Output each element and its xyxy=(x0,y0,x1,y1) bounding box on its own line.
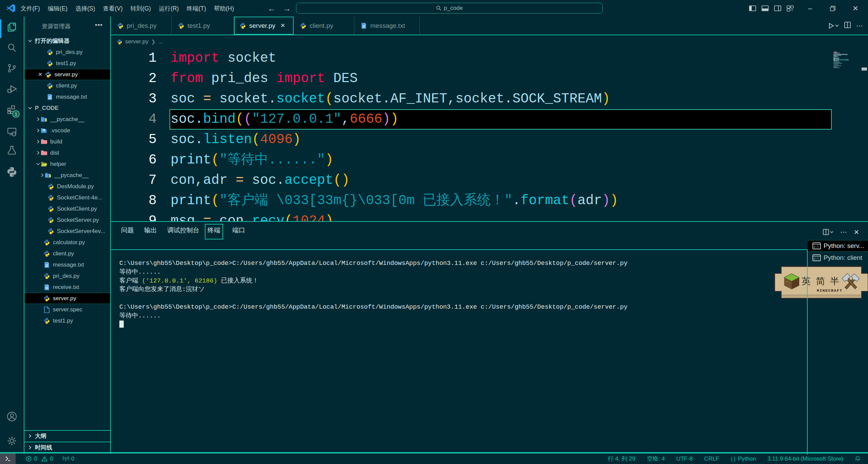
tree-item-__pycache__[interactable]: __pycache__ xyxy=(24,170,110,181)
timeline-section[interactable]: 时间线 xyxy=(24,442,110,453)
activity-settings-gear-icon[interactable] xyxy=(0,436,24,446)
tree-item-calculator.py[interactable]: calculator.py xyxy=(24,237,110,248)
ports-status[interactable]: 0 xyxy=(63,456,74,462)
chevron-right-icon xyxy=(36,117,40,121)
eol-sequence[interactable]: CRLF xyxy=(704,456,719,462)
crossed-axes-icon xyxy=(841,273,861,293)
toggle-sidebar-icon[interactable] xyxy=(748,0,757,17)
open-editor-pri_des.py[interactable]: pri_des.py xyxy=(24,46,110,58)
line-number-6: 6 xyxy=(111,150,157,170)
tree-item-SocketClient-4e...[interactable]: SocketClient-4e... xyxy=(24,192,110,203)
activity-explorer-icon[interactable] xyxy=(0,22,24,32)
scrollbar-marker[interactable] xyxy=(862,67,867,71)
breadcrumb-chevron-icon: ❯ xyxy=(151,39,156,45)
menu-item-edit[interactable]: 编辑(E) xyxy=(44,0,71,17)
tree-item-receive.txt[interactable]: receive.txt xyxy=(24,282,110,293)
open-editor-message.txt[interactable]: message.txt xyxy=(24,91,110,102)
tab-message.txt[interactable]: message.txt xyxy=(354,17,420,35)
tree-item-server.spec[interactable]: server.spec xyxy=(24,304,110,315)
close-panel-icon[interactable]: ✕ xyxy=(854,228,859,236)
activity-run-debug-icon[interactable] xyxy=(0,84,24,94)
python-interpreter[interactable]: 3.11.9 64-bit (Microsoft Store) xyxy=(767,456,843,462)
tree-item-__pycache__[interactable]: __pycache__ xyxy=(24,114,110,125)
panel-tab-输出[interactable]: 输出 xyxy=(144,222,157,239)
tree-item-server.py[interactable]: server.py xyxy=(24,293,110,304)
tree-item-test1.py[interactable]: test1.py xyxy=(24,315,110,326)
restore-icon[interactable] xyxy=(828,0,838,17)
tab-client.py[interactable]: client.py xyxy=(294,17,354,35)
panel-more-actions-icon[interactable]: ⋯ xyxy=(840,228,847,236)
tree-item-build[interactable]: build xyxy=(24,136,110,147)
tree-item-SocketClient.py[interactable]: SocketClient.py xyxy=(24,203,110,214)
open-editor-test1.py[interactable]: test1.py xyxy=(24,58,110,69)
toggle-panel-icon[interactable] xyxy=(761,0,769,17)
python-icon xyxy=(47,206,54,212)
vscode-folder-icon xyxy=(41,128,47,134)
activity-extensions-icon[interactable]: 1 xyxy=(0,104,24,114)
terminal-instance-0[interactable]: C:\Python: serv... xyxy=(808,240,868,252)
toggle-secondary-sidebar-icon[interactable] xyxy=(773,0,782,17)
open-editor-server.py[interactable]: ✕server.py xyxy=(24,69,110,80)
menu-item-view[interactable]: 查看(V) xyxy=(99,0,126,17)
minimize-icon[interactable]: – xyxy=(805,0,815,17)
close-tab-icon[interactable]: ✕ xyxy=(280,22,285,29)
activity-remote-explorer-icon[interactable] xyxy=(0,127,24,137)
close-editor-icon[interactable]: ✕ xyxy=(38,71,42,78)
activity-python-view-icon[interactable] xyxy=(0,166,24,178)
nav-forward-icon[interactable]: → xyxy=(283,0,291,17)
language-mode[interactable]: { }Python xyxy=(731,456,756,462)
terminal-instance-1[interactable]: C:\Python: client xyxy=(808,252,868,264)
line-number-8: 8 xyxy=(111,191,157,211)
activity-source-control-icon[interactable] xyxy=(0,63,24,73)
tree-item-helper[interactable]: helper xyxy=(24,158,110,170)
tree-item-client.py[interactable]: client.py xyxy=(24,248,110,259)
open-editor-client.py[interactable]: client.py xyxy=(24,80,110,91)
folder-icon xyxy=(41,139,47,144)
terminal-output[interactable]: C:\Users\ghb55\Desktop\p_code>C:/Users/g… xyxy=(119,259,628,329)
split-terminal-icon[interactable] xyxy=(823,229,833,235)
problems-status[interactable]: 0 0 xyxy=(26,456,53,462)
remote-indicator[interactable] xyxy=(0,453,16,464)
panel-tab-调试控制台[interactable]: 调试控制台 xyxy=(167,222,199,239)
menu-item-help[interactable]: 帮助(H) xyxy=(210,0,238,17)
menu-item-terminal[interactable]: 终端(T) xyxy=(183,0,210,17)
activity-testing-icon[interactable] xyxy=(0,145,24,155)
panel-tab-问题[interactable]: 问题 xyxy=(121,222,134,239)
encoding[interactable]: UTF-8 xyxy=(676,456,693,462)
project-root-header[interactable]: P_CODE xyxy=(24,102,110,114)
sidebar-more-actions-icon[interactable]: ••• xyxy=(95,21,103,29)
run-python-icon[interactable] xyxy=(828,22,839,29)
tree-item-SocketServer4ev...[interactable]: SocketServer4ev... xyxy=(24,226,110,237)
panel-tab-端口[interactable]: 端口 xyxy=(232,222,245,239)
breadcrumb[interactable]: server.py ❯ ... xyxy=(111,35,868,48)
notifications-bell-icon[interactable] xyxy=(855,456,861,462)
activity-search-icon[interactable] xyxy=(0,43,24,53)
tree-item-DesModule.py[interactable]: DesModule.py xyxy=(24,181,110,192)
tree-item-pri_des.py[interactable]: pri_des.py xyxy=(24,270,110,282)
editor-more-actions-icon[interactable]: ⋯ xyxy=(856,22,863,30)
tree-item-dist[interactable]: dist xyxy=(24,147,110,158)
command-center-search[interactable]: p_code xyxy=(296,3,603,14)
menu-item-file[interactable]: 文件(F) xyxy=(17,0,44,17)
tree-item-SocketServer.py[interactable]: SocketServer.py xyxy=(24,214,110,226)
tab-pri_des.py[interactable]: pri_des.py xyxy=(111,17,172,35)
tab-test1.py[interactable]: test1.py xyxy=(172,17,234,35)
close-window-icon[interactable]: ✕ xyxy=(850,0,861,17)
menu-item-selection[interactable]: 选择(S) xyxy=(72,0,99,17)
split-editor-icon[interactable] xyxy=(844,22,851,30)
tab-server.py[interactable]: server.py✕ xyxy=(234,17,294,35)
activity-accounts-icon[interactable] xyxy=(0,411,24,422)
menu-item-run[interactable]: 运行(R) xyxy=(155,0,183,17)
menu-item-goto[interactable]: 转到(G) xyxy=(126,0,155,17)
text-file-icon xyxy=(360,22,367,29)
cursor-position[interactable]: 行 4, 列 29 xyxy=(608,455,635,463)
customize-layout-icon[interactable] xyxy=(786,0,794,17)
open-editors-header[interactable]: 打开的编辑器 xyxy=(24,35,110,46)
tree-item-.vscode[interactable]: .vscode xyxy=(24,125,110,136)
tree-item-message.txt[interactable]: message.txt xyxy=(24,259,110,270)
outline-section[interactable]: 大纲 xyxy=(24,430,110,441)
terminal-list-separator[interactable] xyxy=(807,249,808,455)
indentation[interactable]: 空格: 4 xyxy=(647,455,665,463)
code-editor[interactable]: 123456789 import socketfrom pri_des impo… xyxy=(111,48,868,221)
nav-back-icon[interactable]: ← xyxy=(268,0,276,17)
